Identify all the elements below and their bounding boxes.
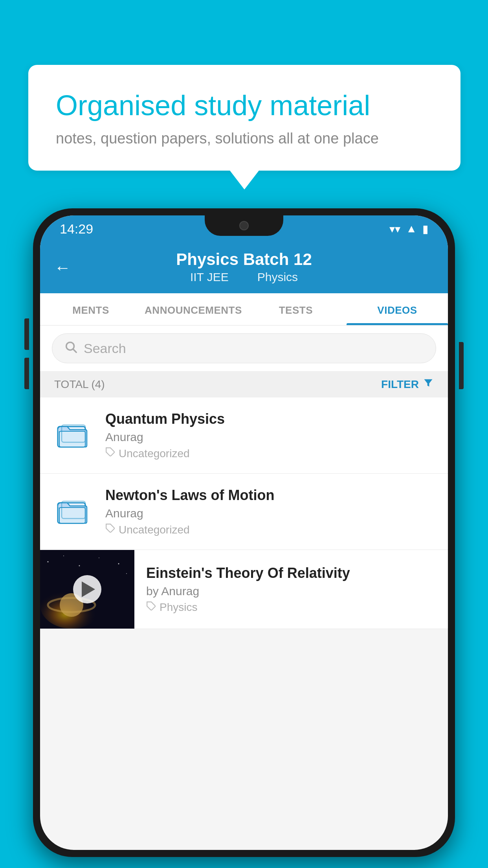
phone-notch	[205, 215, 283, 236]
svg-point-11	[48, 561, 49, 563]
bubble-title: Organised study material	[56, 88, 433, 122]
play-button[interactable]	[73, 575, 101, 603]
svg-line-1	[73, 349, 76, 352]
filter-bar: TOTAL (4) FILTER	[40, 371, 448, 397]
svg-rect-3	[59, 431, 85, 447]
tag-label: Uncategorized	[119, 524, 190, 536]
tabs-bar: MENTS ANNOUNCEMENTS TESTS VIDEOS	[40, 293, 448, 326]
tag-icon	[105, 523, 116, 536]
tag-label: Uncategorized	[119, 447, 190, 460]
tab-tests[interactable]: TESTS	[245, 293, 347, 325]
video-title: Newton's Laws of Motion	[105, 487, 434, 504]
search-container: Search	[40, 326, 448, 371]
svg-rect-7	[59, 508, 85, 523]
speech-bubble: Organised study material notes, question…	[28, 65, 460, 171]
video-author: Anurag	[105, 430, 434, 444]
video-tag: Physics	[146, 601, 422, 614]
video-info: Newton's Laws of Motion Anurag Uncategor…	[105, 487, 434, 536]
tag-label: Physics	[160, 601, 197, 614]
search-bar[interactable]: Search	[52, 333, 436, 363]
svg-point-14	[99, 557, 99, 558]
svg-point-16	[126, 573, 127, 574]
play-triangle-icon	[82, 581, 95, 597]
header-title: Physics Batch 12	[56, 250, 432, 269]
tab-videos[interactable]: VIDEOS	[347, 293, 448, 325]
back-button[interactable]: ←	[54, 258, 71, 277]
phone-frame: 14:29 ▾▾ ▲ ▮ ← Physics Batch 12 IIT JEE …	[33, 208, 455, 857]
app-header: ← Physics Batch 12 IIT JEE Physics	[40, 242, 448, 293]
video-thumbnail	[40, 550, 134, 629]
phone-screen: 14:29 ▾▾ ▲ ▮ ← Physics Batch 12 IIT JEE …	[40, 215, 448, 850]
video-tag: Uncategorized	[105, 447, 434, 460]
signal-icon: ▲	[406, 223, 417, 235]
folder-thumbnail	[54, 490, 94, 533]
list-item[interactable]: Quantum Physics Anurag Uncategorized	[40, 397, 448, 474]
battery-icon: ▮	[422, 223, 428, 235]
video-list: Quantum Physics Anurag Uncategorized	[40, 397, 448, 629]
folder-thumbnail	[54, 414, 94, 457]
video-author: Anurag	[105, 507, 434, 520]
search-icon	[64, 340, 77, 357]
video-tag: Uncategorized	[105, 523, 434, 536]
status-time: 14:29	[60, 221, 93, 237]
video-info: Einstein's Theory Of Relativity by Anura…	[134, 553, 434, 626]
search-placeholder: Search	[84, 341, 126, 356]
video-info: Quantum Physics Anurag Uncategorized	[105, 411, 434, 460]
total-count: TOTAL (4)	[54, 378, 105, 391]
tab-announcements[interactable]: ANNOUNCEMENTS	[141, 293, 245, 325]
power-button	[459, 342, 464, 389]
svg-point-12	[63, 555, 64, 556]
video-author: by Anurag	[146, 585, 422, 598]
header-subtitle: IIT JEE Physics	[56, 270, 432, 284]
video-title: Einstein's Theory Of Relativity	[146, 565, 422, 581]
status-icons: ▾▾ ▲ ▮	[389, 223, 428, 235]
svg-point-15	[118, 563, 119, 565]
volume-up-button	[24, 318, 29, 350]
filter-label: FILTER	[381, 378, 419, 391]
tab-ments[interactable]: MENTS	[40, 293, 141, 325]
list-item[interactable]: Einstein's Theory Of Relativity by Anura…	[40, 550, 448, 629]
svg-point-13	[79, 565, 80, 566]
volume-down-button	[24, 358, 29, 389]
bubble-subtitle: notes, question papers, solutions all at…	[56, 130, 433, 147]
front-camera	[239, 221, 249, 230]
header-subtitle-separator	[241, 270, 248, 283]
filter-funnel-icon	[423, 377, 434, 391]
video-title: Quantum Physics	[105, 411, 434, 427]
tag-icon	[105, 447, 116, 460]
tag-icon	[146, 601, 156, 614]
wifi-icon: ▾▾	[389, 223, 400, 235]
header-subtitle-physics: Physics	[257, 270, 298, 283]
list-item[interactable]: Newton's Laws of Motion Anurag Uncategor…	[40, 474, 448, 550]
filter-button[interactable]: FILTER	[381, 377, 434, 391]
header-subtitle-iitjee: IIT JEE	[190, 270, 229, 283]
